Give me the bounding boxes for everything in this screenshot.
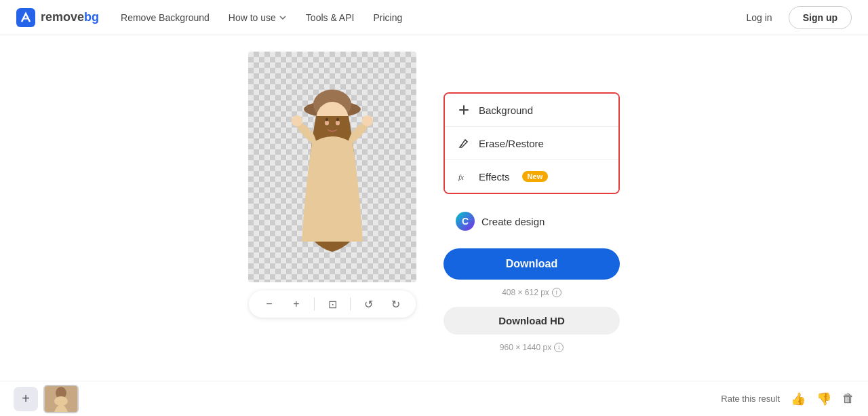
bottom-left: + xyxy=(14,385,79,413)
svg-point-7 xyxy=(336,121,340,126)
canva-icon: C xyxy=(456,212,475,231)
download-hd-size-info: 960 × 1440 px i xyxy=(443,343,620,352)
canvas-area: − + ⊡ ↺ ↻ xyxy=(248,52,416,318)
effects-label: Effects xyxy=(479,171,510,183)
delete-button[interactable]: 🗑 xyxy=(842,392,854,406)
erase-restore-tool[interactable]: Erase/Restore xyxy=(445,127,618,160)
download-hd-button[interactable]: Download HD xyxy=(443,307,620,335)
zoom-out-button[interactable]: − xyxy=(260,295,279,314)
effects-icon: fx xyxy=(457,170,471,183)
download-size-info: 408 × 612 px i xyxy=(443,288,620,297)
toolbar-divider-1 xyxy=(314,297,315,311)
header-right: Log in Sign up xyxy=(738,6,852,29)
bottom-right: Rate this result 👍 👎 🗑 xyxy=(721,392,854,406)
thumbnail-image xyxy=(45,386,77,412)
svg-point-6 xyxy=(325,121,329,126)
right-panel: Background Erase/Restore fx xyxy=(443,52,620,352)
tools-box: Background Erase/Restore fx xyxy=(443,92,620,194)
signup-button[interactable]: Sign up xyxy=(789,6,852,29)
info-hd-icon: i xyxy=(554,343,564,352)
svg-point-8 xyxy=(326,118,328,121)
create-design-row[interactable]: C Create design xyxy=(443,205,620,238)
download-button[interactable]: Download xyxy=(443,248,620,280)
erase-icon xyxy=(457,136,471,150)
effects-new-badge: New xyxy=(522,171,549,182)
redo-button[interactable]: ↻ xyxy=(386,295,405,314)
header-left: removebg Remove Background How to use To… xyxy=(16,8,402,27)
logo-wordmark: removebg xyxy=(41,10,99,24)
image-thumbnail[interactable] xyxy=(43,385,79,413)
rate-label: Rate this result xyxy=(721,394,780,404)
login-button[interactable]: Log in xyxy=(738,8,781,27)
nav-tools-api[interactable]: Tools & API xyxy=(306,12,355,23)
canvas-toolbar: − + ⊡ ↺ ↻ xyxy=(249,290,416,318)
bottom-bar: + Rate this result 👍 👎 🗑 xyxy=(0,381,868,416)
nav-remove-background[interactable]: Remove Background xyxy=(121,12,210,23)
chevron-down-icon xyxy=(279,14,287,22)
thumbs-down-button[interactable]: 👎 xyxy=(816,392,831,406)
logo-icon xyxy=(16,8,35,27)
fit-button[interactable]: ⊡ xyxy=(323,295,342,314)
info-icon: i xyxy=(552,288,561,297)
nav-pricing[interactable]: Pricing xyxy=(373,12,402,23)
svg-point-5 xyxy=(362,115,373,126)
erase-restore-label: Erase/Restore xyxy=(479,138,544,149)
image-container xyxy=(248,52,416,282)
svg-rect-0 xyxy=(16,8,35,27)
subject-image xyxy=(264,52,400,282)
nav-how-to-use[interactable]: How to use xyxy=(229,12,287,23)
background-label: Background xyxy=(479,105,533,116)
effects-tool[interactable]: fx Effects New xyxy=(445,160,618,193)
header: removebg Remove Background How to use To… xyxy=(0,0,868,35)
main-content: − + ⊡ ↺ ↻ Background xyxy=(0,35,868,416)
undo-button[interactable]: ↺ xyxy=(359,295,378,314)
create-design-label: Create design xyxy=(481,216,545,227)
background-tool[interactable]: Background xyxy=(445,94,618,127)
svg-point-9 xyxy=(336,118,339,121)
thumbs-up-button[interactable]: 👍 xyxy=(791,392,806,406)
main-nav: Remove Background How to use Tools & API… xyxy=(121,12,402,23)
logo[interactable]: removebg xyxy=(16,8,99,27)
zoom-in-button[interactable]: + xyxy=(287,295,306,314)
svg-text:fx: fx xyxy=(458,173,464,181)
add-image-button[interactable]: + xyxy=(14,387,38,411)
toolbar-divider-2 xyxy=(350,297,351,311)
svg-point-4 xyxy=(292,115,302,126)
plus-icon xyxy=(457,103,471,117)
